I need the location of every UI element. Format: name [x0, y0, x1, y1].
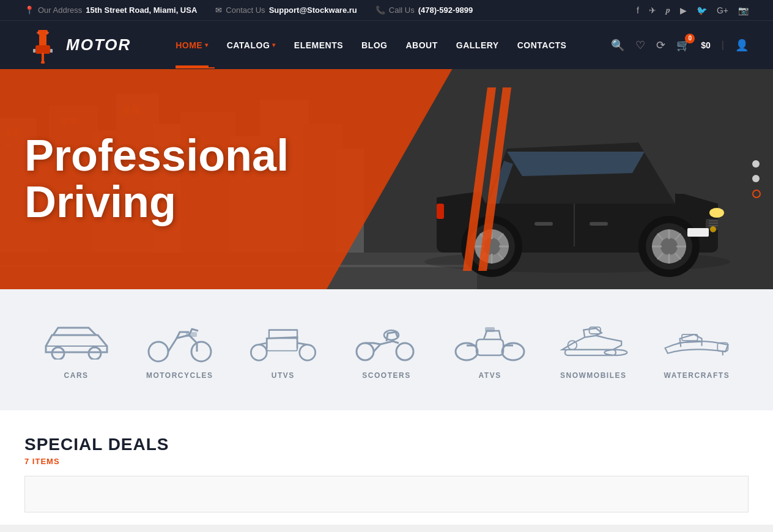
svg-rect-4 — [50, 49, 53, 53]
watercrafts-icon-wrap — [660, 320, 733, 363]
svg-rect-67 — [675, 187, 687, 194]
nav-elements[interactable]: Elements — [294, 23, 343, 67]
cart-badge: 0 — [685, 34, 695, 43]
svg-rect-3 — [33, 49, 35, 53]
motorcycles-icon-wrap — [143, 320, 216, 363]
category-cars[interactable]: CARS — [40, 320, 113, 380]
svg-point-72 — [149, 342, 168, 361]
nav-contacts[interactable]: Contacts — [517, 23, 567, 67]
hero-title-line2: Driving — [24, 177, 176, 226]
nav-gallery[interactable]: Gallery — [456, 23, 499, 67]
special-deals-title: SPECIAL DEALS — [24, 435, 749, 454]
logo-icon — [24, 27, 61, 64]
svg-rect-34 — [534, 222, 553, 226]
diagonal-lines-svg — [443, 87, 516, 271]
motorcycles-icon — [143, 320, 216, 363]
call-info: 📞 Call Us (478)-592-9899 — [375, 6, 473, 15]
categories-section: CARS MOTORCYCLES — [0, 289, 773, 410]
slider-dot-3[interactable] — [752, 190, 761, 198]
svg-point-39 — [660, 238, 678, 255]
watercrafts-icon — [660, 320, 733, 363]
hero-title: Professional Driving — [24, 133, 289, 225]
compare-icon[interactable]: ⟳ — [656, 39, 665, 52]
social-links: f ✈ 𝒑 ▶ 🐦 G+ 📷 — [637, 5, 749, 15]
contact-info: ✉ Contact Us Support@Stockware.ru — [215, 6, 357, 15]
svg-rect-85 — [485, 327, 495, 332]
youtube-icon[interactable]: ▶ — [680, 6, 687, 15]
scooters-label: SCOOTERS — [362, 371, 410, 380]
nav-about[interactable]: About — [406, 23, 438, 67]
snowmobiles-icon — [557, 320, 630, 363]
category-watercrafts[interactable]: WATERCRAFTS — [660, 320, 733, 380]
atvs-icon-wrap — [453, 320, 527, 363]
nav-blog-label: Blog — [361, 40, 387, 50]
telegram-icon[interactable]: ✈ — [649, 6, 656, 15]
category-motorcycles[interactable]: MOTORCYCLES — [143, 320, 216, 380]
nav-about-label: About — [406, 40, 438, 50]
active-indicator — [176, 67, 215, 68]
wishlist-icon[interactable]: ♡ — [635, 39, 645, 52]
slider-dot-1[interactable] — [752, 160, 760, 168]
category-utvs[interactable]: UTVS — [246, 320, 320, 380]
svg-point-79 — [357, 343, 374, 360]
address-value: 15th Street Road, Miami, USA — [86, 6, 197, 15]
motorcycles-label: MOTORCYCLES — [146, 371, 213, 380]
slider-dot-2[interactable] — [752, 175, 760, 182]
special-deals-section: SPECIAL DEALS 7 ITEMS — [0, 410, 773, 525]
address-label: Our Address — [38, 6, 82, 15]
cart-icon[interactable]: 🛒 0 — [676, 39, 690, 52]
google-plus-icon[interactable]: G+ — [717, 6, 728, 15]
category-scooters[interactable]: SCOOTERS — [350, 320, 423, 380]
hero-section: Professional Driving — [0, 69, 773, 289]
facebook-icon[interactable]: f — [637, 6, 639, 15]
svg-rect-0 — [38, 30, 48, 35]
nav-catalog[interactable]: Catalog ▾ — [227, 23, 276, 67]
special-deals-header: SPECIAL DEALS 7 ITEMS — [24, 435, 749, 466]
nav-home[interactable]: Home ▾ — [176, 23, 209, 67]
chevron-down-icon: ▾ — [205, 42, 209, 48]
hero-text-block: Professional Driving — [24, 133, 289, 225]
nav-home-label: Home — [176, 40, 202, 50]
nav-elements-label: Elements — [294, 40, 343, 50]
utvs-icon-wrap — [246, 320, 320, 363]
nav-contacts-label: Contacts — [517, 40, 567, 50]
slider-dots — [752, 160, 761, 198]
header-actions: 🔍 ♡ ⟳ 🛒 0 $0 | 👤 — [611, 39, 749, 52]
cars-icon — [40, 323, 113, 360]
svg-rect-8 — [46, 32, 49, 34]
logo[interactable]: motor — [24, 27, 131, 64]
twitter-icon[interactable]: 🐦 — [697, 6, 707, 15]
chevron-down-icon: ▾ — [272, 42, 276, 48]
call-label: Call Us — [389, 6, 415, 15]
site-header: motor Home ▾ Catalog ▾ Elements Blog Abo… — [0, 20, 773, 69]
cars-label: CARS — [64, 371, 89, 380]
svg-rect-77 — [267, 338, 297, 350]
nav-blog[interactable]: Blog — [361, 23, 387, 67]
svg-rect-7 — [37, 32, 39, 34]
call-value: (478)-592-9899 — [418, 6, 473, 15]
instagram-icon[interactable]: 📷 — [738, 6, 749, 15]
nav-catalog-label: Catalog — [227, 40, 270, 50]
svg-point-80 — [396, 343, 413, 360]
cart-price: $0 — [701, 40, 711, 50]
svg-point-6 — [41, 61, 45, 64]
utvs-label: UTVS — [272, 371, 295, 380]
pinterest-icon[interactable]: 𝒑 — [666, 5, 670, 15]
svg-line-91 — [678, 342, 702, 343]
search-icon[interactable]: 🔍 — [611, 39, 624, 52]
svg-point-68 — [710, 226, 716, 232]
category-atvs[interactable]: ATVS — [453, 320, 527, 380]
svg-point-73 — [191, 342, 211, 361]
category-snowmobiles[interactable]: SNOWMOBILES — [557, 320, 630, 380]
svg-point-69 — [52, 347, 64, 360]
atvs-label: ATVS — [479, 371, 501, 380]
snowmobiles-icon-wrap — [557, 320, 630, 363]
user-icon[interactable]: 👤 — [735, 39, 749, 52]
nav-gallery-label: Gallery — [456, 40, 499, 50]
svg-rect-65 — [687, 228, 709, 237]
header-divider: | — [722, 40, 724, 51]
svg-point-60 — [709, 208, 724, 218]
svg-rect-84 — [476, 339, 503, 355]
special-deals-count: 7 ITEMS — [24, 457, 749, 466]
atvs-icon — [453, 320, 527, 363]
